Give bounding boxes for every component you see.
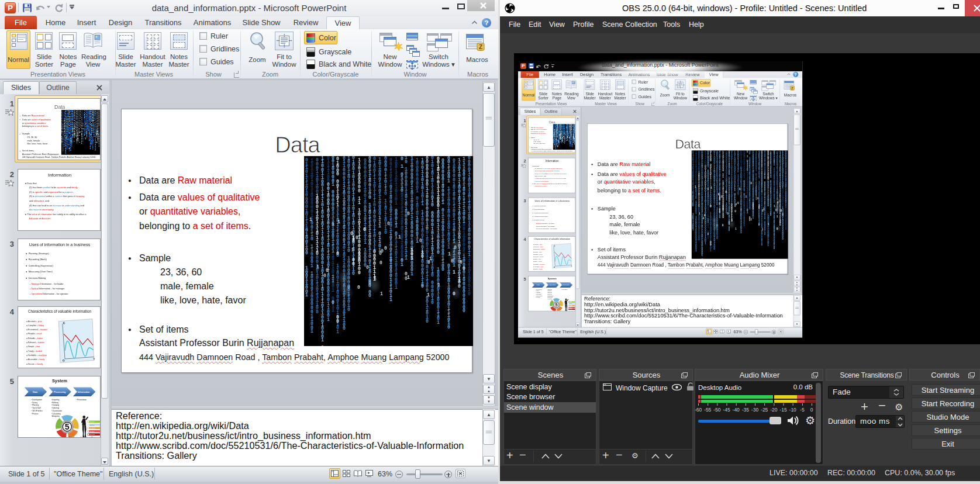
svg-text:-35: -35 <box>742 407 750 413</box>
svg-text:-30: -30 <box>751 407 759 413</box>
svg-text:-5: -5 <box>800 407 805 413</box>
svg-text:0: 0 <box>810 407 813 413</box>
svg-text:Z: Z <box>791 87 793 90</box>
svg-text:Z: Z <box>479 44 482 50</box>
svg-text:-10: -10 <box>789 407 797 413</box>
svg-text:-20: -20 <box>770 407 778 413</box>
svg-text:-40: -40 <box>733 407 740 413</box>
svg-text:-55: -55 <box>704 407 712 413</box>
svg-text:-25: -25 <box>761 407 768 413</box>
svg-text:-15: -15 <box>779 407 787 413</box>
svg-text:-60: -60 <box>695 407 702 413</box>
svg-text:-50: -50 <box>713 407 721 413</box>
svg-text:-45: -45 <box>723 407 730 413</box>
